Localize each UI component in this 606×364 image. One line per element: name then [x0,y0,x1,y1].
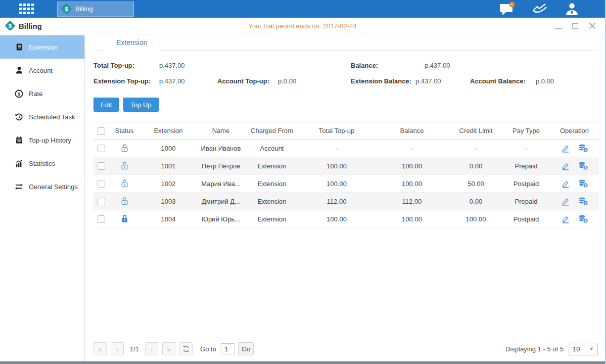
credit-limit-cell: 50.00 [449,175,502,193]
edit-icon [561,197,570,206]
account-balance-label: Account Balance: [470,77,536,85]
calendar-icon [15,136,23,145]
goto-label: Go to [200,345,216,353]
charged-from-cell: Extension [245,157,299,175]
sidebar-item-scheduled-task[interactable]: Scheduled Task [0,105,84,128]
pay-type-cell: Prepaid [502,157,550,175]
edit-button[interactable]: Edit [94,98,119,112]
sidebar-item-label: General Settings [29,183,78,191]
edit-row-button[interactable] [561,179,570,188]
column-header: Name [197,122,245,140]
page-size-select[interactable]: 10 ▼ [569,343,598,355]
last-page-button[interactable]: » [162,342,175,355]
topup-row-button[interactable]: $ [578,162,588,170]
app-launcher-icon[interactable] [19,4,34,15]
top-up-button[interactable]: Top Up [123,98,158,112]
credit-limit-cell: 100.00 [449,210,502,228]
sidebar-item-general-settings[interactable]: General Settings [0,175,84,198]
sidebar-item-label: Statistics [29,160,55,167]
credit-limit-cell: 0.00 [449,157,502,175]
edit-row-button[interactable] [561,162,570,170]
name-cell: Дмитрий Д... [197,193,245,210]
charged-from-cell: Extension [245,210,299,228]
sidebar-item-label: Extension [29,43,58,51]
extension-cell: 1000 [140,140,197,157]
first-page-button[interactable]: « [94,342,107,355]
table-row: 1003Дмитрий Д...Extension112.00112.000.0… [94,193,599,210]
column-header: Pay Type [502,122,550,140]
tab-extension[interactable]: Extension [104,34,160,51]
refresh-icon [182,345,190,352]
unlocked-icon [120,179,129,188]
table-row: 1004Юрий Юрь...Extension100.00100.00100.… [94,210,599,228]
top-up-icon: $ [578,197,588,206]
name-cell: Петр Петров [197,157,245,175]
edit-row-button[interactable] [561,215,570,223]
row-checkbox[interactable] [98,180,105,188]
status-cell [109,210,140,228]
edit-icon [561,162,570,170]
top-up-icon: $ [578,144,588,153]
edit-icon [561,179,570,188]
status-cell [109,175,140,193]
notifications-icon[interactable]: ! [499,2,515,16]
row-checkbox[interactable] [98,162,105,170]
topup-row-button[interactable]: $ [578,197,588,206]
goto-page-input[interactable] [221,343,235,354]
taskbar-tab-label: Billing [75,5,93,13]
account-topup-label: Account Top-up: [217,77,278,85]
balance-cell: 100.00 [375,175,449,193]
row-checkbox[interactable] [98,145,105,152]
locked-icon [120,214,129,223]
topup-row-button[interactable]: $ [578,179,588,188]
refresh-button[interactable] [179,342,193,355]
billing-app-icon: $ [5,21,15,31]
page-size-value: 10 [573,345,580,353]
total-topup-cell: 100.00 [299,157,375,175]
account-balance-value: p.0.00 [536,77,554,85]
sidebar-item-rate[interactable]: $ Rate [0,82,84,105]
extension-cell: 1001 [140,157,197,175]
go-button[interactable]: Go [238,342,254,355]
row-checkbox[interactable] [98,198,105,205]
sidebar-item-topup-history[interactable]: Top-up History [0,128,84,152]
monitor-chart-icon[interactable] [532,3,548,15]
history-clock-icon [15,113,23,121]
extension-table-body: 1000Иван ИвановAccount----$1001Петр Петр… [94,140,599,228]
table-header-row: StatusExtensionNameCharged FromTotal Top… [94,122,599,140]
operation-cell: $ [550,193,599,210]
unlocked-icon [120,161,129,170]
user-account-icon[interactable] [565,2,579,16]
statistics-icon [15,159,23,168]
edit-row-button[interactable] [561,197,570,206]
sidebar: Extension Account $ Rate Scheduled Task [0,34,85,361]
table-row: 1000Иван ИвановAccount----$ [94,140,599,157]
taskbar-tab-billing[interactable]: $ Billing [57,2,134,17]
close-icon[interactable] [589,22,596,29]
edit-row-button[interactable] [561,144,570,153]
maximize-icon[interactable] [572,22,579,29]
charged-from-cell: Extension [245,193,299,210]
next-page-button[interactable]: › [145,342,158,355]
svg-text:$: $ [584,219,586,223]
tab-bar: Extension [94,34,598,51]
sidebar-item-account[interactable]: Account [0,59,84,82]
row-checkbox[interactable] [98,215,105,223]
topup-row-button[interactable]: $ [578,215,588,223]
table-row: 1002Мария Ива...Extension100.00100.0050.… [94,175,599,193]
svg-text:$: $ [584,201,586,205]
dollar-circle-icon: $ [15,89,23,98]
svg-text:$: $ [584,148,586,152]
topup-row-button[interactable]: $ [578,144,588,153]
chevron-down-icon: ▼ [589,346,594,351]
minimize-icon[interactable] [554,22,562,29]
prev-page-button[interactable]: ‹ [111,342,124,355]
select-all-checkbox[interactable] [98,127,105,135]
svg-text:!: ! [511,2,513,7]
sidebar-item-extension[interactable]: Extension [0,35,84,59]
operation-cell: $ [550,157,599,175]
column-header: Extension [140,122,197,140]
pay-type-cell: Postpaid [502,210,550,228]
balance-cell: 100.00 [375,157,449,175]
sidebar-item-statistics[interactable]: Statistics [0,152,84,175]
